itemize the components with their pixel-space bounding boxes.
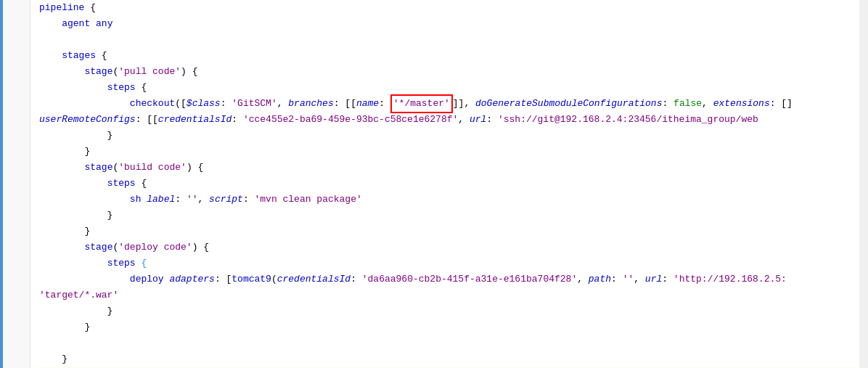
line-stage-deploy: stage('deploy code') { [39,240,859,255]
code-area: pipeline { agent any stages { stage('pul… [30,0,859,368]
line-stages-close: } [39,351,859,367]
line-blank-1 [39,32,859,48]
line-stages-open: stages { [39,48,859,64]
line-steps-close-1: } [39,128,859,144]
line-numbers [3,0,30,368]
line-checkout: checkout([$class: 'GitSCM', branches: [[… [39,96,859,112]
line-steps-2: steps { [39,176,859,192]
line-target: 'target/*.war' [39,287,859,303]
line-stage-build: stage('build code') { [39,160,859,176]
line-stage-pull-close: } [39,144,859,160]
line-stage-build-close: } [39,224,859,240]
line-stage-deploy-close: } [39,319,859,335]
editor-container: pipeline { agent any stages { stage('pul… [0,0,868,368]
line-sh: sh label: '', script: 'mvn clean package… [39,192,859,208]
line-steps-close-3: } [39,303,859,319]
line-steps-3: steps { [39,255,859,271]
line-steps-close-2: } [39,208,859,224]
line-deploy: deploy adapters: [tomcat9(credentialsId:… [39,271,859,287]
line-agent-any: agent any [39,16,859,32]
line-blank-2 [39,335,859,351]
line-stage-pull: stage('pull code') { [39,64,859,80]
line-steps-1: steps { [39,80,859,96]
highlighted-master: '*/master' [390,94,453,113]
line-pipeline-open: pipeline { [39,0,859,16]
scrollbar[interactable] [859,0,868,368]
line-user-remote: userRemoteConfigs: [[credentialsId: 'cce… [39,112,859,128]
